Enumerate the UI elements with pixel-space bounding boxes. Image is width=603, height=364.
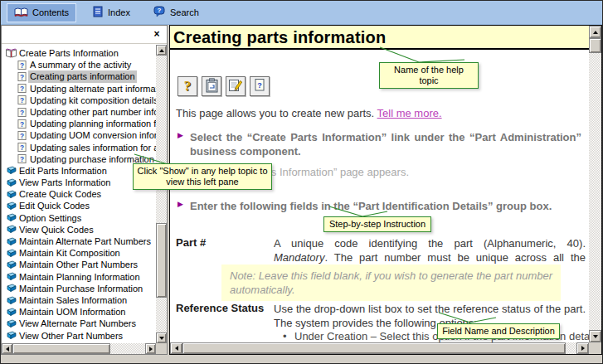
tree-item-label: A summary of the activity: [28, 59, 133, 70]
tree-item[interactable]: ?Updating UOM conversion informa: [2, 129, 156, 141]
tree-item[interactable]: Option Settings: [2, 212, 156, 224]
book-icon: [4, 178, 17, 187]
scroll-left-icon[interactable]: [170, 342, 182, 354]
tree-item[interactable]: View Quick Codes: [2, 224, 156, 235]
topic-toolbar: ?: [177, 76, 270, 96]
topic-icon: ?: [15, 95, 28, 105]
index-list-icon: [92, 6, 104, 19]
tree-scrollbar-thumb[interactable]: [156, 223, 167, 298]
tree-item[interactable]: ?A summary of the activity: [2, 59, 156, 70]
topic-icon: ?: [15, 83, 28, 94]
step-1-text: Select the “Create Parts Information” li…: [190, 130, 581, 158]
tree-item[interactable]: ?Updating alternate part informatio: [2, 83, 156, 95]
svg-text:?: ?: [19, 133, 23, 140]
scroll-up-icon[interactable]: [589, 26, 601, 38]
step-bullet-icon: ▶: [177, 131, 183, 139]
tree-item-label: View Quick Codes: [17, 224, 95, 235]
tree-item[interactable]: Maintain Sales Information: [2, 294, 156, 306]
tree-item-label: View Parts Information: [17, 177, 112, 188]
tree-horizontal-scrollbar[interactable]: [2, 343, 156, 354]
intro-paragraph: This page allows you to create new parts…: [176, 107, 589, 119]
tree-item-label: Maintain Kit Composition: [17, 247, 122, 259]
note-box: Note: Leave this field blank, if you wis…: [221, 265, 561, 301]
page-title: Creating parts information: [170, 26, 589, 47]
tree-item[interactable]: Maintain Alternate Part Numbers: [2, 235, 156, 247]
intro-text: This page allows you to create new parts…: [176, 107, 377, 119]
content-scrollbar-thumb[interactable]: [589, 38, 601, 53]
tab-index[interactable]: Index: [85, 2, 138, 22]
tell-me-more-link[interactable]: Tell me more.: [377, 107, 442, 119]
tree-item-label: Option Settings: [17, 212, 83, 224]
tree-item[interactable]: Maintain Other Part Numbers: [2, 259, 156, 270]
tree-item-label: Create Parts Information: [17, 47, 120, 59]
tree-item-label: Updating planning information for: [28, 118, 156, 129]
tree-item[interactable]: Maintain Purchase Information: [2, 283, 156, 294]
book-icon: [4, 237, 17, 246]
help-question-button[interactable]: ?: [177, 76, 197, 96]
tab-search[interactable]: ? Search: [146, 2, 207, 22]
question-icon: ?: [184, 78, 192, 95]
tree-item[interactable]: Maintain Planning Information: [2, 271, 156, 283]
help-page-icon: ?: [253, 78, 266, 95]
field-desc-part-pre: A unique code identifying the part (Alph…: [274, 237, 586, 250]
tree-item[interactable]: Create Quick Codes: [2, 188, 156, 200]
svg-text:?: ?: [19, 144, 23, 152]
svg-text:?: ?: [158, 7, 162, 14]
clipboard-icon: [205, 78, 219, 95]
book-open-icon: [4, 48, 17, 58]
content-hscrollbar-thumb[interactable]: [182, 342, 566, 354]
help-viewer-window: Contents Index ? Search: [0, 0, 603, 364]
tree-item-label: Maintain Alternate Part Numbers: [17, 235, 153, 247]
topic-icon: ?: [15, 142, 28, 153]
tree-item[interactable]: View Alternate Part Numbers: [2, 318, 156, 329]
tree-item[interactable]: Edit Quick Codes: [2, 200, 156, 211]
tree-item-label: Maintain Planning Information: [17, 271, 142, 283]
tree-item[interactable]: ?Updating planning information for: [2, 118, 156, 129]
content-vertical-scrollbar[interactable]: [589, 26, 601, 342]
tree-item[interactable]: ?Updating other part number inform: [2, 106, 156, 118]
callout-topic-name: Name of the help topic: [379, 62, 479, 89]
tree-item-label: Maintain Sales Information: [17, 294, 129, 306]
scroll-down-icon[interactable]: [156, 332, 167, 343]
field-name-part: Part #: [176, 236, 206, 249]
clipboard-button[interactable]: [202, 76, 221, 96]
tree-item[interactable]: ?Updating sales information for a p: [2, 142, 156, 153]
scroll-right-icon[interactable]: [576, 342, 589, 354]
edit-notes-button[interactable]: [226, 76, 246, 96]
tree-item-label: Creating parts information: [28, 70, 137, 82]
close-icon[interactable]: ×: [151, 28, 163, 41]
topic-icon: ?: [15, 153, 28, 164]
topic-help-button[interactable]: ?: [250, 76, 270, 96]
tree-item[interactable]: Maintain UOM Information: [2, 306, 156, 318]
tree-item[interactable]: ?Creating parts information: [2, 70, 156, 82]
tree-item-label: Updating kit composition details fo: [28, 95, 156, 106]
bullet-icon: •: [283, 330, 294, 342]
scroll-up-icon[interactable]: [156, 45, 167, 56]
topic-icon: ?: [15, 130, 28, 141]
scroll-right-icon[interactable]: [145, 343, 156, 354]
tree-item[interactable]: ?Updating kit composition details fo: [2, 95, 156, 106]
notepad-pencil-icon: [228, 78, 243, 95]
tree-item-label: View Other Part Numbers: [17, 330, 124, 342]
scroll-down-icon[interactable]: [589, 330, 601, 342]
step-2: ▶ Enter the following fields in the “Par…: [177, 199, 588, 213]
tree-item[interactable]: Create Parts Information: [2, 47, 156, 59]
svg-text:?: ?: [19, 109, 23, 116]
tree-item-label: Maintain Other Part Numbers: [17, 259, 139, 270]
book-icon: [4, 201, 17, 211]
content-horizontal-scrollbar[interactable]: [170, 342, 589, 354]
topic-icon: ?: [15, 119, 28, 129]
tab-index-label: Index: [108, 7, 130, 17]
book-icon: [4, 260, 17, 269]
tab-contents[interactable]: Contents: [7, 3, 76, 22]
tree-item[interactable]: View Other Part Numbers: [2, 330, 156, 342]
step-1: ▶ Select the “Create Parts Information” …: [177, 130, 588, 158]
tree-vertical-scrollbar[interactable]: [156, 45, 167, 343]
tree-item-label: Maintain UOM Information: [17, 306, 127, 318]
tree-item[interactable]: Maintain Kit Composition: [2, 247, 156, 259]
tree-hscrollbar-thumb[interactable]: [12, 343, 110, 354]
topic-body: ?: [170, 51, 589, 342]
tree-item-label: Updating UOM conversion informa: [28, 129, 156, 141]
scroll-left-icon[interactable]: [2, 343, 12, 354]
step-bullet-icon: ▶: [177, 200, 183, 208]
